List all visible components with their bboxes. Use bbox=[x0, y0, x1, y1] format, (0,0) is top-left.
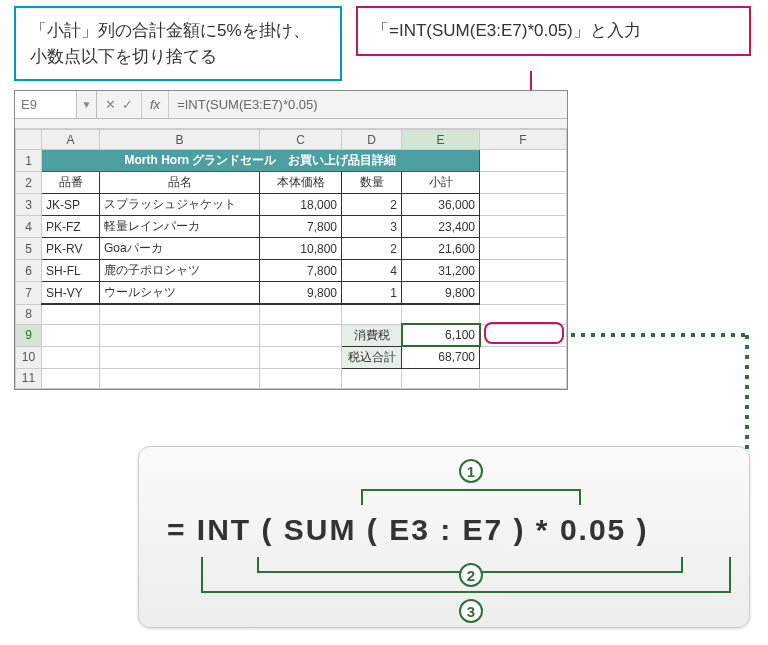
colC[interactable]: C bbox=[260, 130, 342, 150]
title-cell[interactable]: Morth Horn グランドセール お買い上げ品目詳細 bbox=[42, 150, 480, 172]
cell-C8[interactable] bbox=[260, 304, 342, 324]
cell-F8[interactable] bbox=[480, 304, 567, 324]
cell-B11[interactable] bbox=[100, 368, 260, 388]
cell-E9[interactable]: 6,100 bbox=[402, 324, 480, 346]
cell-A11[interactable] bbox=[42, 368, 100, 388]
cell-C4[interactable]: 7,800 bbox=[260, 216, 342, 238]
cell-E6[interactable]: 31,200 bbox=[402, 260, 480, 282]
formula-bar-input[interactable]: =INT(SUM(E3:E7)*0.05) bbox=[169, 97, 567, 112]
cell-D4[interactable]: 3 bbox=[342, 216, 402, 238]
cell-F11[interactable] bbox=[480, 368, 567, 388]
colE[interactable]: E bbox=[402, 130, 480, 150]
cell-A5[interactable]: PK-RV bbox=[42, 238, 100, 260]
cell-B4[interactable]: 軽量レインパーカ bbox=[100, 216, 260, 238]
col-headers: A B C D E F bbox=[16, 130, 567, 150]
cell-B7[interactable]: ウールシャツ bbox=[100, 282, 260, 305]
cell-F9[interactable] bbox=[480, 324, 567, 346]
row-1: 1 Morth Horn グランドセール お買い上げ品目詳細 bbox=[16, 150, 567, 172]
hdr-E[interactable]: 小計 bbox=[402, 172, 480, 194]
cell-E5[interactable]: 21,600 bbox=[402, 238, 480, 260]
hdr-A[interactable]: 品番 bbox=[42, 172, 100, 194]
colA[interactable]: A bbox=[42, 130, 100, 150]
bracket-3 bbox=[201, 557, 731, 593]
rowhdr-11[interactable]: 11 bbox=[16, 368, 42, 388]
cell-E8[interactable] bbox=[402, 304, 480, 324]
cell-C9[interactable] bbox=[260, 324, 342, 346]
cell-B8[interactable] bbox=[100, 304, 260, 324]
dotted-connector-horizontal bbox=[568, 332, 750, 338]
rowhdr-8[interactable]: 8 bbox=[16, 304, 42, 324]
formula-explainer-panel: 1 = INT ( SUM ( E3 : E7 ) * 0.05 ) 2 3 bbox=[138, 446, 750, 628]
cell-A10[interactable] bbox=[42, 346, 100, 368]
spreadsheet-table[interactable]: A B C D E F 1 Morth Horn グランドセール お買い上げ品目… bbox=[15, 129, 567, 389]
header-spacer bbox=[15, 119, 567, 129]
row-11: 11 bbox=[16, 368, 567, 388]
cell-A9[interactable] bbox=[42, 324, 100, 346]
rowhdr-4[interactable]: 4 bbox=[16, 216, 42, 238]
cell-D8[interactable] bbox=[342, 304, 402, 324]
cell-F7[interactable] bbox=[480, 282, 567, 305]
name-box[interactable]: E9 bbox=[15, 91, 77, 118]
cell-C3[interactable]: 18,000 bbox=[260, 194, 342, 216]
colB[interactable]: B bbox=[100, 130, 260, 150]
hdr-D[interactable]: 数量 bbox=[342, 172, 402, 194]
colF[interactable]: F bbox=[480, 130, 567, 150]
hdr-C[interactable]: 本体価格 bbox=[260, 172, 342, 194]
cell-F10[interactable] bbox=[480, 346, 567, 368]
rowhdr-10[interactable]: 10 bbox=[16, 346, 42, 368]
corner-cell[interactable] bbox=[16, 130, 42, 150]
cell-A8[interactable] bbox=[42, 304, 100, 324]
cell-E3[interactable]: 36,000 bbox=[402, 194, 480, 216]
cell-C11[interactable] bbox=[260, 368, 342, 388]
cell-F5[interactable] bbox=[480, 238, 567, 260]
rowhdr-9[interactable]: 9 bbox=[16, 324, 42, 346]
spreadsheet-window: E9 ▼ ✕ ✓ fx =INT(SUM(E3:E7)*0.05) A B C … bbox=[14, 90, 568, 390]
cell-A4[interactable]: PK-FZ bbox=[42, 216, 100, 238]
rowhdr-5[interactable]: 5 bbox=[16, 238, 42, 260]
cell-B3[interactable]: スプラッシュジャケット bbox=[100, 194, 260, 216]
colD[interactable]: D bbox=[342, 130, 402, 150]
badge-1: 1 bbox=[459, 459, 483, 483]
cell-F3[interactable] bbox=[480, 194, 567, 216]
cell-E10[interactable]: 68,700 bbox=[402, 346, 480, 368]
cell-E7[interactable]: 9,800 bbox=[402, 282, 480, 305]
cell-F6[interactable] bbox=[480, 260, 567, 282]
cell-C5[interactable]: 10,800 bbox=[260, 238, 342, 260]
cell-D11[interactable] bbox=[342, 368, 402, 388]
name-formula-bar: E9 ▼ ✕ ✓ fx =INT(SUM(E3:E7)*0.05) bbox=[15, 91, 567, 119]
cell-B5[interactable]: Goaパーカ bbox=[100, 238, 260, 260]
cell-B10[interactable] bbox=[100, 346, 260, 368]
cell-C7[interactable]: 9,800 bbox=[260, 282, 342, 305]
rowhdr-6[interactable]: 6 bbox=[16, 260, 42, 282]
cell-F1[interactable] bbox=[480, 150, 567, 172]
cell-E4[interactable]: 23,400 bbox=[402, 216, 480, 238]
cell-D10[interactable]: 税込合計 bbox=[342, 346, 402, 368]
cell-D3[interactable]: 2 bbox=[342, 194, 402, 216]
cell-D6[interactable]: 4 bbox=[342, 260, 402, 282]
row-9: 9 消費税 6,100 bbox=[16, 324, 567, 346]
enter-icon[interactable]: ✓ bbox=[122, 97, 133, 112]
cell-F4[interactable] bbox=[480, 216, 567, 238]
cell-E11[interactable] bbox=[402, 368, 480, 388]
cell-A7[interactable]: SH-VY bbox=[42, 282, 100, 305]
hdr-B[interactable]: 品名 bbox=[100, 172, 260, 194]
rowhdr-2[interactable]: 2 bbox=[16, 172, 42, 194]
cancel-icon[interactable]: ✕ bbox=[105, 97, 116, 112]
fx-icon[interactable]: fx bbox=[142, 91, 169, 118]
rowhdr-1[interactable]: 1 bbox=[16, 150, 42, 172]
cell-C10[interactable] bbox=[260, 346, 342, 368]
cell-B9[interactable] bbox=[100, 324, 260, 346]
cell-C6[interactable]: 7,800 bbox=[260, 260, 342, 282]
cell-D5[interactable]: 2 bbox=[342, 238, 402, 260]
cell-A6[interactable]: SH-FL bbox=[42, 260, 100, 282]
cell-A3[interactable]: JK-SP bbox=[42, 194, 100, 216]
rowhdr-7[interactable]: 7 bbox=[16, 282, 42, 305]
badge-3: 3 bbox=[459, 599, 483, 623]
cell-D9[interactable]: 消費税 bbox=[342, 324, 402, 346]
row-8: 8 bbox=[16, 304, 567, 324]
cell-D7[interactable]: 1 bbox=[342, 282, 402, 305]
cell-F2[interactable] bbox=[480, 172, 567, 194]
namebox-dropdown-icon[interactable]: ▼ bbox=[77, 91, 97, 118]
cell-B6[interactable]: 鹿の子ポロシャツ bbox=[100, 260, 260, 282]
rowhdr-3[interactable]: 3 bbox=[16, 194, 42, 216]
